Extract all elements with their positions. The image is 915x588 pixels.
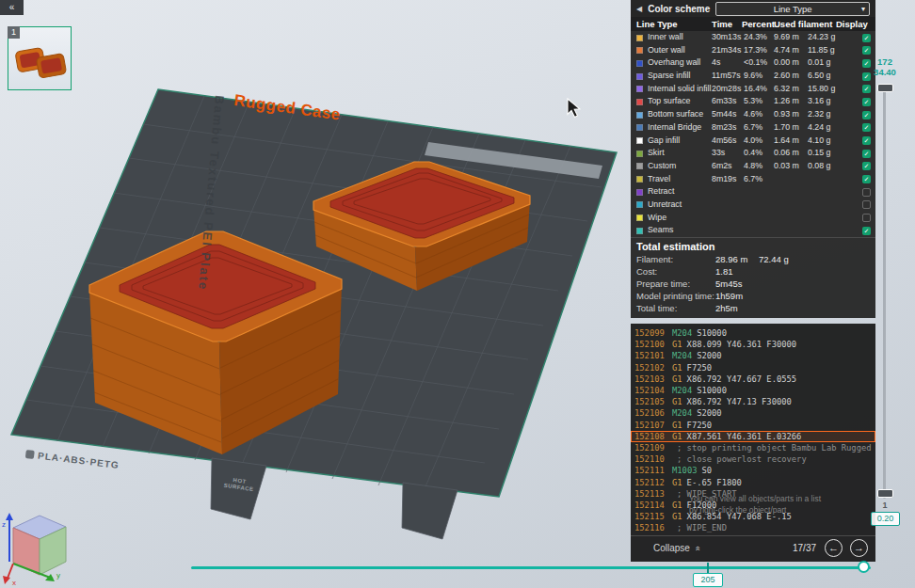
- gcode-line[interactable]: 152100 G1 X88.099 Y46.361 F30000: [631, 339, 875, 350]
- total-value: 28.96 m: [715, 254, 747, 264]
- line-type-label: Internal solid infill: [648, 83, 711, 96]
- layer-slider-handle-bottom[interactable]: [877, 489, 893, 498]
- gcode-command: G1: [672, 397, 682, 406]
- line-type-used-grams: 0.08 g: [808, 160, 830, 173]
- gcode-arguments: E-.65 F1800: [687, 478, 742, 487]
- toolbar-collapse-button[interactable]: «: [0, 0, 24, 15]
- move-slider-track[interactable]: [191, 566, 871, 569]
- plate-thumbnail[interactable]: 1: [8, 26, 72, 90]
- legend-row: Unretract: [631, 199, 875, 212]
- line-type-percent: 4.8%: [744, 160, 762, 173]
- gcode-line-number: 152111: [634, 466, 672, 475]
- gcode-line[interactable]: 152107 G1 F7250: [631, 420, 875, 431]
- gcode-line[interactable]: 152101 M204 S2000: [631, 350, 875, 361]
- line-type-time: 33s: [712, 147, 725, 160]
- layer-slider-track[interactable]: [883, 87, 886, 499]
- line-type-color-swatch: [636, 112, 643, 119]
- axis-y-label: y: [56, 571, 60, 580]
- line-type-percent: 17.3%: [744, 44, 767, 57]
- gcode-line[interactable]: 152111 M1003 S0: [631, 465, 875, 476]
- panel-collapse-icon[interactable]: ◀: [636, 5, 642, 13]
- line-type-label: Custom: [648, 160, 676, 173]
- gcode-line[interactable]: 152109 ; stop printing object Bambu Lab …: [631, 442, 875, 453]
- gcode-line[interactable]: 152115 G1 X86.854 Y47.068 E-.15: [631, 511, 875, 522]
- line-type-time: 5m44s: [712, 108, 736, 121]
- column-percent: Percent: [742, 19, 775, 29]
- line-type-color-swatch: [636, 73, 643, 80]
- line-type-display-checkbox[interactable]: ✓: [862, 46, 871, 55]
- line-type-color-swatch: [636, 47, 643, 54]
- line-type-label: Seams: [648, 224, 673, 237]
- line-type-used-grams: 4.10 g: [808, 135, 830, 148]
- axis-y-arrow: [45, 574, 55, 581]
- gcode-line[interactable]: 152113 ; WIPE_START: [631, 488, 875, 500]
- gcode-line-number: 152104: [634, 386, 672, 395]
- line-type-used-grams: 2.32 g: [808, 108, 830, 121]
- gcode-line[interactable]: 152104 M204 S10000: [631, 385, 875, 396]
- gcode-line[interactable]: 152114 G1 F12000: [631, 500, 875, 511]
- gcode-line[interactable]: 152105 G1 X86.792 Y47.13 F30000: [631, 396, 875, 407]
- line-type-used-grams: 0.15 g: [808, 147, 830, 160]
- line-type-used-grams: 3.16 g: [808, 95, 830, 108]
- line-type-color-swatch: [636, 60, 643, 67]
- gcode-line[interactable]: 152103 G1 X86.792 Y47.667 E.0555: [631, 373, 875, 385]
- line-type-color-swatch: [636, 215, 643, 221]
- gcode-line[interactable]: 152116 ; WIPE_END: [631, 522, 875, 533]
- move-slider-handle[interactable]: [858, 561, 870, 573]
- gcode-arguments: X88.099 Y46.361 F30000: [687, 340, 797, 349]
- gcode-arguments: F12000: [687, 501, 717, 510]
- line-type-time: 4s: [712, 56, 720, 70]
- collapse-gcode-button[interactable]: Collapse »: [653, 543, 699, 553]
- gcode-line-number: 152115: [634, 512, 672, 521]
- line-type-used-meters: 9.69 m: [774, 31, 799, 44]
- line-type-used-meters: 1.64 m: [774, 135, 799, 148]
- legend-row: Skirt 33s 0.4% 0.06 m 0.15 g ✓: [631, 147, 875, 160]
- navigation-cube[interactable]: z y x: [2, 513, 66, 587]
- line-type-percent: 0.4%: [744, 147, 762, 160]
- gcode-line[interactable]: 152110 ; close powerlost recovery: [631, 453, 875, 465]
- total-value: 1h59m: [715, 291, 743, 301]
- total-estimation-title: Total estimation: [631, 238, 875, 254]
- gcode-next-page-button[interactable]: →: [850, 539, 868, 557]
- gcode-line[interactable]: 152108 G1 X87.561 Y46.361 E.03266: [631, 431, 875, 442]
- gcode-line[interactable]: 152102 G1 F7250: [631, 362, 875, 373]
- gcode-command: G1: [672, 432, 682, 441]
- line-type-used-grams: 15.80 g: [808, 83, 835, 96]
- gcode-arguments: S2000: [697, 351, 721, 360]
- line-type-used-grams: 4.24 g: [808, 121, 830, 135]
- color-scheme-dropdown[interactable]: Line Type ▾: [715, 2, 870, 16]
- column-used-filament: Used filament: [774, 19, 832, 29]
- gcode-arguments: S10000: [697, 386, 727, 395]
- layer-slider-handle-top[interactable]: [877, 84, 893, 92]
- layer-slider-bottom-height: 0.20: [871, 512, 900, 526]
- line-type-percent: 16.4%: [744, 83, 767, 96]
- gcode-prev-page-button[interactable]: ←: [825, 539, 843, 557]
- line-type-percent: 24.3%: [744, 31, 767, 44]
- line-type-color-swatch: [636, 124, 643, 131]
- line-type-percent: 6.7%: [744, 173, 762, 186]
- total-row: Cost: 1.81: [631, 266, 875, 278]
- gcode-line[interactable]: 152106 M204 S2000: [631, 407, 875, 419]
- gcode-line-number: 152101: [634, 351, 672, 360]
- gcode-line[interactable]: 152099 M204 S10000: [631, 327, 875, 339]
- gcode-arguments: F7250: [687, 363, 712, 373]
- gcode-line[interactable]: 152112 G1 E-.65 F1800: [631, 476, 875, 487]
- legend-row: Bottom surface 5m44s 4.6% 0.93 m 2.32 g …: [631, 108, 875, 121]
- gcode-command: M204: [672, 386, 692, 395]
- line-type-percent: 9.6%: [744, 70, 762, 83]
- legend-row: Wipe: [631, 212, 875, 225]
- legend-row: Overhang wall 4s <0.1% 0.00 m 0.01 g ✓: [631, 56, 875, 70]
- line-type-label: Internal Bridge: [648, 121, 701, 135]
- legend-row: Inner wall 30m13s 24.3% 9.69 m 24.23 g ✓: [631, 31, 875, 44]
- color-scheme-title: Color scheme: [648, 4, 710, 14]
- line-type-label: Skirt: [648, 147, 665, 160]
- layer-slider-top-value: 172: [866, 56, 904, 67]
- move-slider[interactable]: 205: [184, 557, 890, 587]
- line-type-time: 11m57s: [712, 70, 741, 83]
- gcode-line-number: 152110: [634, 454, 672, 464]
- line-type-display-checkbox[interactable]: ✓: [862, 34, 871, 42]
- gcode-command: G1: [672, 478, 682, 487]
- layer-slider[interactable]: 172 34.40 1 0.20: [866, 56, 904, 538]
- plate-front-tab-right: [402, 483, 458, 539]
- line-type-time: 8m19s: [712, 173, 736, 186]
